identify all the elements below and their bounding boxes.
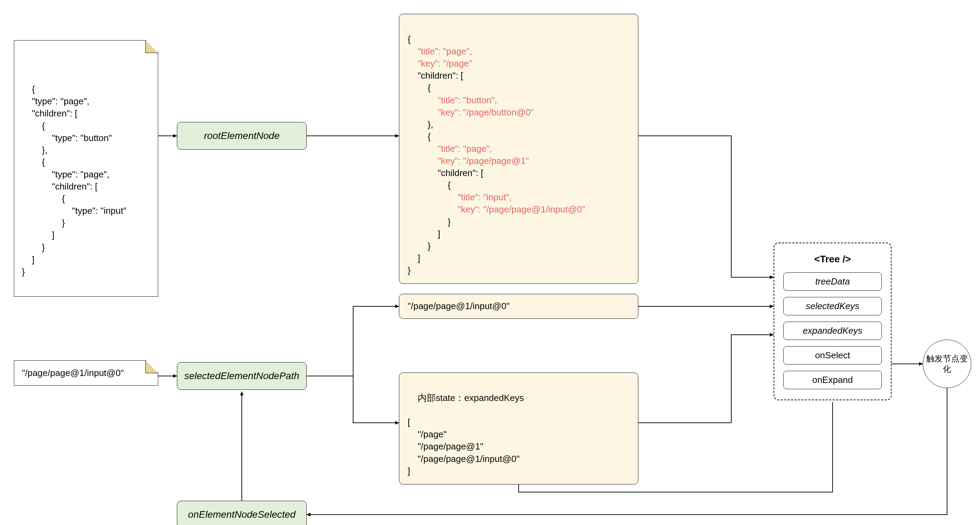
databox-expanded-keys: 内部state：expandedKeys [ "/page" "/page/pa… [399,373,638,484]
process-root-element-node: rootElementNode [177,122,307,150]
tree-prop-on-expand: onExpand [783,371,882,389]
databox-selected-key-text: "/page/page@1/input@0" [407,300,510,312]
diagram-canvas: { "type": "page", "children": [ { "type"… [0,0,980,525]
tree-prop-tree-data: treeData [783,272,882,291]
process-selected-element-node-path-label: selectedElementNodePath [184,370,299,382]
tree-prop-on-select: onSelect [783,346,882,365]
process-root-element-node-label: rootElementNode [204,130,280,141]
process-on-element-node-selected-label: onElementNodeSelected [188,509,296,520]
process-on-element-node-selected: onElementNodeSelected [177,501,307,525]
databox-tree-data-json: { "title": "page", "key": "/page" "child… [399,14,638,284]
tree-component-container: <Tree /> treeData selectedKeys expandedK… [773,243,891,400]
tree-prop-selected-keys: selectedKeys [783,297,882,316]
note-selected-path: "/page/page@1/input@0" [14,360,158,386]
circle-trigger-node-change: 触发节点变化 [923,339,971,388]
note-input-json-text: { "type": "page", "children": [ { "type"… [22,84,126,276]
tree-component-title: <Tree /> [814,254,851,265]
databox-expanded-keys-body: [ "/page" "/page/page@1" "/page/page@1/i… [407,417,520,476]
circle-trigger-node-change-label: 触发节点变化 [923,354,971,374]
tree-prop-expanded-keys: expandedKeys [783,322,882,340]
process-selected-element-node-path: selectedElementNodePath [177,362,307,390]
note-input-json: { "type": "page", "children": [ { "type"… [14,40,158,297]
databox-selected-key: "/page/page@1/input@0" [399,294,638,319]
databox-expanded-keys-label: 内部state：expandedKeys [418,393,524,403]
note-selected-path-text: "/page/page@1/input@0" [22,367,124,379]
